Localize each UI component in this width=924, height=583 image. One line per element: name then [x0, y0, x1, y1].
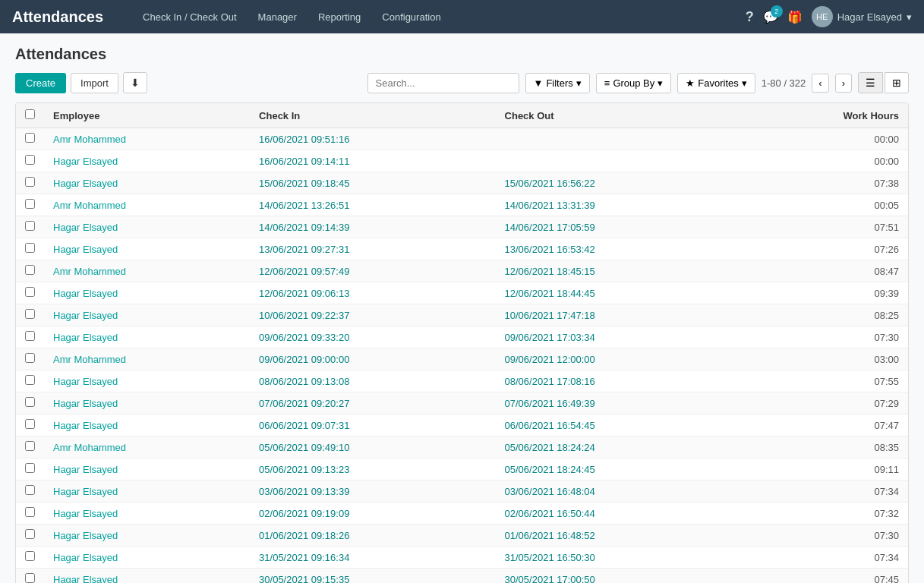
- row-checkbox[interactable]: [25, 507, 35, 517]
- check-out-cell: 31/05/2021 16:50:30: [496, 547, 741, 569]
- user-menu[interactable]: HE Hagar Elsayed ▾: [812, 6, 912, 27]
- row-checkbox[interactable]: [25, 573, 35, 583]
- table-row[interactable]: Hagar Elsayed 07/06/2021 09:20:27 07/06/…: [16, 392, 908, 414]
- filters-button[interactable]: ▼ Filters ▾: [525, 73, 590, 93]
- table-row[interactable]: Amr Mohammed 05/06/2021 09:49:10 05/06/2…: [16, 436, 908, 459]
- employee-link[interactable]: Hagar Elsayed: [53, 288, 118, 299]
- nav-configuration[interactable]: Configuration: [373, 7, 449, 27]
- work-hours-cell: 08:35: [741, 436, 908, 459]
- row-checkbox[interactable]: [25, 265, 35, 275]
- grid-view-button[interactable]: ⊞: [885, 72, 909, 93]
- employee-link[interactable]: Hagar Elsayed: [53, 420, 118, 431]
- employee-link[interactable]: Hagar Elsayed: [53, 156, 118, 167]
- table-row[interactable]: Hagar Elsayed 15/06/2021 09:18:45 15/06/…: [16, 172, 908, 194]
- table-row[interactable]: Hagar Elsayed 10/06/2021 09:22:37 10/06/…: [16, 304, 908, 326]
- row-checkbox[interactable]: [25, 551, 35, 561]
- table-row[interactable]: Hagar Elsayed 31/05/2021 09:16:34 31/05/…: [16, 547, 908, 569]
- table-row[interactable]: Hagar Elsayed 06/06/2021 09:07:31 06/06/…: [16, 414, 908, 436]
- row-checkbox[interactable]: [25, 375, 35, 385]
- view-toggle: ☰ ⊞: [858, 72, 909, 93]
- row-checkbox[interactable]: [25, 199, 35, 209]
- topbar-nav: Check In / Check Out Manager Reporting C…: [134, 7, 727, 27]
- row-checkbox[interactable]: [25, 133, 35, 143]
- row-checkbox-cell: [16, 128, 44, 150]
- row-checkbox[interactable]: [25, 287, 35, 297]
- nav-reporting[interactable]: Reporting: [309, 7, 370, 27]
- employee-link[interactable]: Hagar Elsayed: [53, 222, 118, 233]
- table-row[interactable]: Amr Mohammed 14/06/2021 13:26:51 14/06/2…: [16, 194, 908, 216]
- work-hours-cell: 07:34: [741, 481, 908, 503]
- topbar-right: ? 💬 2 🎁 HE Hagar Elsayed ▾: [746, 6, 912, 27]
- search-input[interactable]: [367, 73, 519, 93]
- table-row[interactable]: Hagar Elsayed 08/06/2021 09:13:08 08/06/…: [16, 370, 908, 392]
- employee-link[interactable]: Amr Mohammed: [53, 266, 126, 277]
- table-row[interactable]: Hagar Elsayed 16/06/2021 09:14:11 00:00: [16, 150, 908, 172]
- table-row[interactable]: Hagar Elsayed 14/06/2021 09:14:39 14/06/…: [16, 216, 908, 238]
- employee-link[interactable]: Hagar Elsayed: [53, 310, 118, 321]
- row-checkbox[interactable]: [25, 397, 35, 407]
- row-checkbox[interactable]: [25, 309, 35, 319]
- employee-link[interactable]: Amr Mohammed: [53, 200, 126, 211]
- employee-link[interactable]: Amr Mohammed: [53, 442, 126, 453]
- row-checkbox[interactable]: [25, 441, 35, 451]
- employee-link[interactable]: Hagar Elsayed: [53, 244, 118, 255]
- employee-link[interactable]: Hagar Elsayed: [53, 178, 118, 189]
- help-icon[interactable]: ?: [746, 9, 754, 25]
- table-row[interactable]: Hagar Elsayed 12/06/2021 09:06:13 12/06/…: [16, 282, 908, 304]
- employee-link[interactable]: Hagar Elsayed: [53, 332, 118, 343]
- import-button[interactable]: Import: [71, 73, 118, 93]
- employee-link[interactable]: Hagar Elsayed: [53, 398, 118, 409]
- row-checkbox[interactable]: [25, 485, 35, 495]
- employee-link[interactable]: Hagar Elsayed: [53, 508, 118, 519]
- row-checkbox[interactable]: [25, 419, 35, 429]
- group-by-button[interactable]: ≡ Group By ▾: [596, 73, 672, 93]
- prev-page-button[interactable]: ‹: [812, 74, 828, 93]
- row-checkbox[interactable]: [25, 529, 35, 539]
- table-row[interactable]: Amr Mohammed 12/06/2021 09:57:49 12/06/2…: [16, 260, 908, 282]
- employee-link[interactable]: Hagar Elsayed: [53, 486, 118, 497]
- table-row[interactable]: Amr Mohammed 09/06/2021 09:00:00 09/06/2…: [16, 348, 908, 370]
- table-row[interactable]: Hagar Elsayed 01/06/2021 09:18:26 01/06/…: [16, 525, 908, 547]
- employee-link[interactable]: Hagar Elsayed: [53, 552, 118, 563]
- row-checkbox[interactable]: [25, 221, 35, 231]
- attendance-table-container: Employee Check In Check Out Work Hours A…: [15, 102, 909, 583]
- check-in-cell: 30/05/2021 09:15:35: [250, 569, 495, 584]
- row-checkbox[interactable]: [25, 243, 35, 253]
- employee-link[interactable]: Amr Mohammed: [53, 134, 126, 145]
- next-page-button[interactable]: ›: [835, 74, 852, 93]
- employee-link[interactable]: Hagar Elsayed: [53, 464, 118, 475]
- nav-manager[interactable]: Manager: [249, 7, 306, 27]
- table-row[interactable]: Hagar Elsayed 05/06/2021 09:13:23 05/06/…: [16, 459, 908, 481]
- employee-link[interactable]: Hagar Elsayed: [53, 530, 118, 541]
- gift-icon[interactable]: 🎁: [787, 10, 803, 24]
- row-checkbox[interactable]: [25, 331, 35, 341]
- download-button[interactable]: ⬇: [123, 72, 147, 93]
- table-row[interactable]: Hagar Elsayed 30/05/2021 09:15:35 30/05/…: [16, 569, 908, 584]
- row-checkbox[interactable]: [25, 353, 35, 363]
- work-hours-cell: 07:26: [741, 238, 908, 260]
- employee-link[interactable]: Amr Mohammed: [53, 354, 126, 365]
- employee-cell: Amr Mohammed: [44, 194, 250, 216]
- table-row[interactable]: Hagar Elsayed 03/06/2021 09:13:39 03/06/…: [16, 481, 908, 503]
- row-checkbox[interactable]: [25, 177, 35, 187]
- employee-link[interactable]: Hagar Elsayed: [53, 574, 118, 584]
- row-checkbox-cell: [16, 348, 44, 370]
- table-row[interactable]: Amr Mohammed 16/06/2021 09:51:16 00:00: [16, 128, 908, 150]
- create-button[interactable]: Create: [15, 73, 66, 93]
- select-all-checkbox[interactable]: [25, 109, 35, 119]
- messages-icon[interactable]: 💬 2: [763, 10, 778, 24]
- favorites-button[interactable]: ★ Favorites ▾: [677, 73, 755, 93]
- pagination-info: 1-80 / 322: [762, 77, 806, 89]
- work-hours-cell: 09:11: [741, 459, 908, 481]
- row-checkbox[interactable]: [25, 463, 35, 473]
- row-checkbox[interactable]: [25, 155, 35, 165]
- employee-link[interactable]: Hagar Elsayed: [53, 376, 118, 387]
- table-row[interactable]: Hagar Elsayed 13/06/2021 09:27:31 13/06/…: [16, 238, 908, 260]
- employee-cell: Hagar Elsayed: [44, 569, 250, 584]
- nav-check-in-out[interactable]: Check In / Check Out: [134, 7, 246, 27]
- check-in-cell: 02/06/2021 09:19:09: [250, 503, 495, 525]
- list-view-button[interactable]: ☰: [858, 72, 883, 93]
- table-row[interactable]: Hagar Elsayed 02/06/2021 09:19:09 02/06/…: [16, 503, 908, 525]
- check-in-cell: 14/06/2021 13:26:51: [250, 194, 495, 216]
- table-row[interactable]: Hagar Elsayed 09/06/2021 09:33:20 09/06/…: [16, 326, 908, 348]
